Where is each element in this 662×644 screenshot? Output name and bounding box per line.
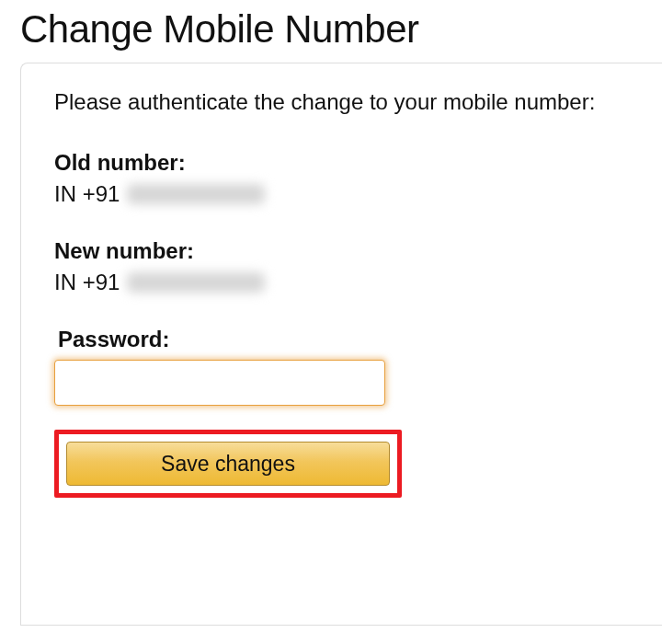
save-changes-button[interactable]: Save changes (66, 442, 390, 486)
save-button-highlight: Save changes (54, 430, 402, 498)
password-input[interactable] (54, 360, 385, 406)
page-title: Change Mobile Number (20, 7, 662, 52)
old-number-group: Old number: IN +91 (54, 150, 629, 207)
old-number-value: IN +91 (54, 181, 629, 207)
password-label: Password: (58, 327, 629, 352)
new-number-label: New number: (54, 238, 629, 264)
instruction-text: Please authenticate the change to your m… (54, 89, 629, 115)
auth-card: Please authenticate the change to your m… (20, 63, 662, 626)
new-number-prefix: IN +91 (54, 270, 120, 295)
old-number-redacted (127, 184, 265, 204)
password-group: Password: (54, 327, 629, 406)
new-number-group: New number: IN +91 (54, 238, 629, 295)
new-number-redacted (127, 272, 265, 293)
old-number-prefix: IN +91 (54, 181, 120, 207)
new-number-value: IN +91 (54, 270, 629, 295)
old-number-label: Old number: (54, 150, 629, 176)
